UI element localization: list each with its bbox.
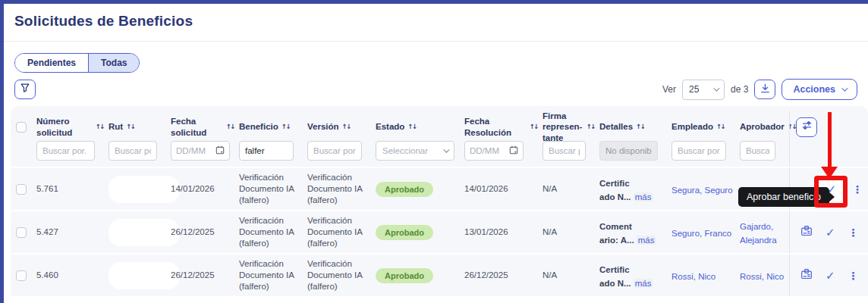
cell-fecha-resolucion: 26/12/2025 [464, 270, 542, 281]
badge-detail-button[interactable] [800, 225, 813, 240]
approver-link[interactable]: Rossi, Nico [740, 272, 784, 281]
date-placeholder: DD/MM [470, 146, 499, 155]
id-badge-icon [800, 268, 813, 283]
sort-icon[interactable]: ↑↓ [636, 123, 644, 131]
cell-detalles: Certific ado N... [599, 179, 634, 201]
sort-icon[interactable]: ↑↓ [126, 123, 134, 131]
column-header-beneficio: Beneficio [239, 121, 278, 132]
table-filter-row: DD/MM Seleccionar DD/MM [11, 141, 868, 167]
more-link[interactable]: más [637, 236, 656, 245]
row-menu-button[interactable]: ⋮ [852, 183, 863, 195]
filter-firma-input[interactable] [542, 141, 586, 161]
cell-numero: 5.427 [36, 226, 108, 238]
filter-estado-select[interactable]: Seleccionar [376, 141, 454, 161]
cell-numero: 5.460 [36, 270, 108, 281]
cell-fecha-solicitud: 14/01/2026 [171, 183, 239, 195]
filter-aprobador-input[interactable] [740, 141, 775, 161]
cell-numero: 5.761 [36, 183, 108, 195]
column-header-fecha-resolucion: Fecha Resolución [464, 116, 527, 138]
row-checkbox[interactable] [16, 184, 27, 195]
tab-todas[interactable]: Todas [88, 54, 139, 72]
table-row: 5.460 26/12/2025 Verificación Documento … [11, 253, 868, 296]
download-button[interactable] [754, 80, 775, 99]
sort-icon[interactable]: ↑↓ [96, 123, 104, 131]
page-size-label: Ver [662, 84, 676, 95]
cell-fecha-resolucion: 13/01/2026 [464, 226, 542, 238]
row-menu-button[interactable]: ⋮ [848, 226, 859, 239]
filter-numero-input[interactable] [36, 141, 95, 161]
filter-fecha-solicitud-date[interactable]: DD/MM [171, 141, 230, 161]
filter-button[interactable] [14, 80, 36, 99]
row-menu-button[interactable]: ⋮ [848, 270, 859, 282]
sort-icon[interactable]: ↑↓ [530, 123, 538, 131]
more-link[interactable]: más [634, 279, 653, 288]
row-checkbox[interactable] [16, 227, 27, 238]
redacted-rut [108, 219, 180, 246]
acciones-button[interactable]: Acciones [782, 79, 857, 100]
column-header-numero: Número solicitud [36, 116, 93, 138]
calendar-icon [509, 145, 518, 156]
approve-benefit-button[interactable]: ✓ [826, 226, 835, 239]
status-badge: Aprobado [376, 268, 433, 283]
sort-icon[interactable]: ↑↓ [716, 123, 725, 131]
column-header-fecha-solicitud: Fecha solicitud [171, 116, 223, 138]
column-header-firma: Firma represen-tante [542, 111, 583, 143]
sort-icon[interactable]: ↑↓ [226, 123, 234, 131]
table-row: 5.427 26/12/2025 Verificación Documento … [11, 210, 868, 253]
chevron-down-icon [713, 85, 719, 91]
employee-link[interactable]: Seguro, Franco [671, 229, 731, 238]
cell-firma: N/A [542, 183, 599, 195]
cell-version: Verificación Documento IA (falfero) [307, 172, 376, 206]
cell-beneficio: Verificación Documento IA (falfero) [239, 258, 307, 292]
column-header-rut: Rut [108, 121, 123, 132]
filter-empleado-input[interactable] [671, 141, 726, 161]
top-accent-bar [0, 0, 868, 4]
left-accent-bar [0, 0, 4, 303]
cell-version: Verificación Documento IA (falfero) [307, 215, 376, 249]
filter-rut-input[interactable] [108, 141, 157, 161]
filter-beneficio-input[interactable] [239, 141, 294, 161]
page-size-select[interactable]: 25 [682, 80, 725, 100]
status-badge: Aprobado [376, 182, 433, 197]
sort-icon[interactable]: ↑↓ [342, 123, 351, 131]
acciones-label: Acciones [793, 84, 835, 95]
funnel-icon [20, 83, 30, 96]
status-badge: Aprobado [376, 225, 433, 240]
more-link[interactable]: más [634, 192, 653, 201]
cell-firma: N/A [542, 270, 599, 281]
sort-icon[interactable]: ↑↓ [281, 123, 290, 131]
filter-detalles-input [599, 141, 658, 161]
total-count-label: de 3 [731, 84, 748, 95]
cell-firma: N/A [542, 226, 599, 238]
sort-icon[interactable]: ↑↓ [407, 123, 416, 131]
title-divider [4, 41, 868, 42]
filter-fecha-resolucion-date[interactable]: DD/MM [464, 141, 524, 161]
sort-icon[interactable]: ↑↓ [587, 123, 595, 131]
employee-link[interactable]: Segura, Seguro [671, 186, 733, 195]
redacted-rut [108, 176, 180, 203]
chevron-down-icon [841, 85, 848, 91]
cell-fecha-resolucion: 14/01/2026 [464, 183, 542, 195]
calendar-icon [215, 145, 225, 156]
approver-link[interactable]: Gajardo, Alejandra [740, 222, 777, 245]
cell-fecha-solicitud: 26/12/2025 [171, 270, 239, 281]
cell-detalles: Coment ario: A... [599, 222, 637, 245]
tab-pendientes[interactable]: Pendientes [15, 54, 88, 72]
approve-benefit-button[interactable]: ✓ [826, 269, 835, 283]
cell-fecha-solicitud: 26/12/2025 [171, 226, 239, 238]
row-checkbox[interactable] [16, 270, 27, 281]
cell-beneficio: Verificación Documento IA (falfero) [239, 172, 307, 206]
cell-version: Verificación Documento IA (falfero) [307, 258, 376, 292]
column-header-empleado: Empleado [671, 121, 713, 132]
column-header-detalles: Detalles [599, 121, 633, 132]
column-header-estado: Estado [376, 121, 404, 132]
id-badge-icon [800, 225, 813, 240]
employee-link[interactable]: Rossi, Nico [671, 272, 715, 281]
date-placeholder: DD/MM [176, 146, 206, 155]
select-all-checkbox[interactable] [16, 122, 27, 133]
filter-version-input[interactable] [307, 141, 362, 161]
annotation-arrow-line [828, 112, 832, 168]
redacted-rut [108, 262, 180, 289]
column-settings-button[interactable] [796, 117, 817, 137]
badge-detail-button[interactable] [800, 268, 813, 283]
